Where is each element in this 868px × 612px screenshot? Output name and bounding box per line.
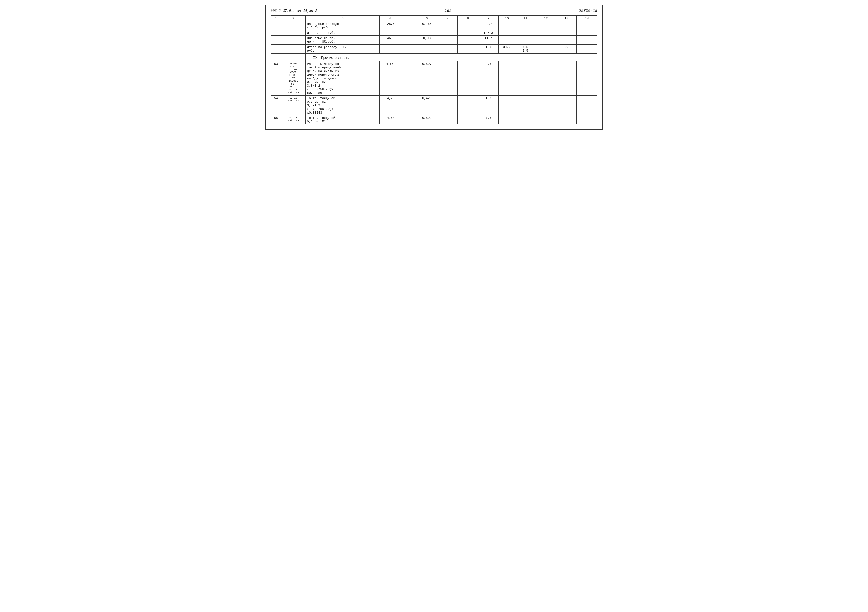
table-row: 55 02-I0 табл.I6 То же, толщиной 0,8 мм,…	[271, 115, 597, 124]
cell-total1-14: –	[577, 30, 597, 36]
cell-planned-11: –	[515, 36, 536, 45]
cell-55-5: –	[400, 115, 417, 124]
cell-planned-3: Плановые накоп- ления – 8%,руб.	[306, 36, 380, 45]
col-header-13: 13	[556, 16, 577, 22]
cell-54-6: 0,429	[417, 96, 437, 115]
cell-planned-13: –	[556, 36, 577, 45]
cell-planned-9: II,7	[478, 36, 499, 45]
cell-sec3-3: Итого по разделу III, руб.	[306, 45, 380, 53]
cell-53-1: 53	[271, 62, 281, 96]
cell-55-3: То же, толщиной 0,8 мм, М2	[306, 115, 380, 124]
cell-53-7: –	[437, 62, 457, 96]
cell-55-4: I4,64	[380, 115, 400, 124]
cell-total1-7: –	[437, 30, 457, 36]
col-header-14: 14	[577, 16, 597, 22]
cell-53-9: 2,3	[478, 62, 499, 96]
cell-overhead-7: –	[437, 22, 457, 30]
page-container: 903-2-37.91. Ал.I4,кн.2 — 162 — 25306-15…	[265, 5, 603, 130]
col-header-1: 1	[271, 16, 281, 22]
cell-sec3-8: –	[457, 45, 478, 53]
header: 903-2-37.91. Ал.I4,кн.2 — 162 — 25306-15	[271, 8, 597, 14]
cell-sec3-6: –	[417, 45, 437, 53]
cell-sec4t-2	[281, 53, 306, 62]
cell-53-2: Письмо Гос- строя СССР № 63-Д от I5.08. …	[281, 62, 306, 96]
cell-sec3-9: I58	[478, 45, 499, 53]
cell-55-11: –	[515, 115, 536, 124]
cell-sec3-12: –	[536, 45, 556, 53]
cell-54-13: –	[556, 96, 577, 115]
col11-value-top: 4,8	[522, 45, 528, 49]
cell-total1-11: –	[515, 30, 536, 36]
cell-53-3: Разность между оп- товой и предельной це…	[306, 62, 380, 96]
cell-54-12: –	[536, 96, 556, 115]
cell-53-12: –	[536, 62, 556, 96]
cell-total1-9: I46,3	[478, 30, 499, 36]
cell-total1-10: –	[499, 30, 515, 36]
cell-55-12: –	[536, 115, 556, 124]
cell-53-6: 0,507	[417, 62, 437, 96]
cell-sec3-2	[281, 45, 306, 53]
cell-54-11: –	[515, 96, 536, 115]
table-row: 53 Письмо Гос- строя СССР № 63-Д от I5.0…	[271, 62, 597, 96]
cell-planned-1	[271, 36, 281, 45]
col-header-8: 8	[457, 16, 478, 22]
cell-54-14: –	[577, 96, 597, 115]
cell-sec3-10: 34,3	[499, 45, 515, 53]
table-row: Накладные расходы- -16,5%, руб. I25,6 – …	[271, 22, 597, 30]
cell-total1-12: –	[536, 30, 556, 36]
col-header-9: 9	[478, 16, 499, 22]
col-header-6: 6	[417, 16, 437, 22]
col-header-12: 12	[536, 16, 556, 22]
col-header-4: 4	[380, 16, 400, 22]
cell-total1-1	[271, 30, 281, 36]
cell-54-4: 4,2	[380, 96, 400, 115]
table-row: 54 02-I0 табл.I6 То же, толщиной 0,5 мм,…	[271, 96, 597, 115]
cell-sec3-5: –	[400, 45, 417, 53]
header-left: 903-2-37.91. Ал.I4,кн.2	[271, 9, 317, 13]
cell-total1-8: –	[457, 30, 478, 36]
cell-overhead-13: –	[556, 22, 577, 30]
column-headers: 1 2 3 4 5 6 7 8 9 10 11 12 13 14	[271, 16, 597, 22]
cell-54-2: 02-I0 табл.I6	[281, 96, 306, 115]
col-header-3: 3	[306, 16, 380, 22]
col-header-5: 5	[400, 16, 417, 22]
cell-overhead-14: –	[577, 22, 597, 30]
table-row: Плановые накоп- ления – 8%,руб. I46,3 – …	[271, 36, 597, 45]
cell-overhead-8: –	[457, 22, 478, 30]
section4-title-text: IУ. Прочие затраты	[306, 53, 597, 62]
cell-55-2: 02-I0 табл.I6	[281, 115, 306, 124]
cell-total1-13: –	[556, 30, 577, 36]
cell-53-8: –	[457, 62, 478, 96]
cell-55-1: 55	[271, 115, 281, 124]
cell-53-5: –	[400, 62, 417, 96]
cell-overhead-5: –	[400, 22, 417, 30]
cell-total1-6: –	[417, 30, 437, 36]
cell-sec3-1	[271, 45, 281, 53]
cell-overhead-11: –	[515, 22, 536, 30]
cell-54-9: I,8	[478, 96, 499, 115]
cell-total1-4: –	[380, 30, 400, 36]
cell-sec3-14: –	[577, 45, 597, 53]
col-header-2: 2	[281, 16, 306, 22]
cell-55-14: –	[577, 115, 597, 124]
cell-53-13: –	[556, 62, 577, 96]
cell-54-1: 54	[271, 96, 281, 115]
col11-stack: 4,8 I,5	[516, 45, 534, 53]
cell-53-4: 4,56	[380, 62, 400, 96]
cell-overhead-10: –	[499, 22, 515, 30]
cell-53-11: –	[515, 62, 536, 96]
cell-55-6: 0,502	[417, 115, 437, 124]
header-right: 25306-15	[579, 9, 597, 13]
cell-total1-2	[281, 30, 306, 36]
cell-54-8: –	[457, 96, 478, 115]
col11-value-bottom: I,5	[522, 49, 528, 53]
cell-planned-4: I46,3	[380, 36, 400, 45]
cell-overhead-2	[281, 22, 306, 30]
col-header-11: 11	[515, 16, 536, 22]
cell-planned-6: 0,08	[417, 36, 437, 45]
cell-55-13: –	[556, 115, 577, 124]
cell-planned-12: –	[536, 36, 556, 45]
cell-overhead-9: 20,7	[478, 22, 499, 30]
cell-sec3-13: 59	[556, 45, 577, 53]
cell-53-14: –	[577, 62, 597, 96]
